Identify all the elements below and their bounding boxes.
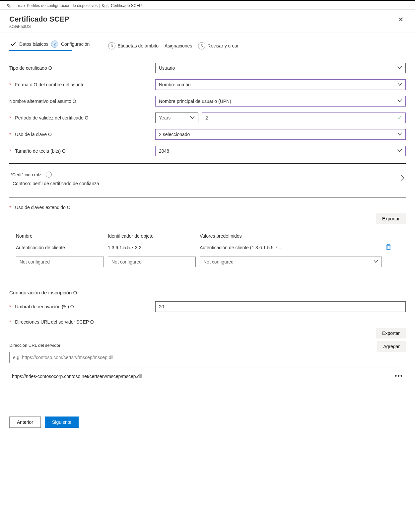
eku-preset-select[interactable]: Not configured xyxy=(200,257,382,267)
step-scope-tags[interactable]: Etiquetas de ámbito xyxy=(117,43,159,48)
scep-url-export-button[interactable]: Exportar xyxy=(376,328,406,339)
chevron-down-icon xyxy=(397,132,402,137)
eku-name-input[interactable]: Not configured xyxy=(16,257,104,267)
key-usage-value: 2 seleccionado xyxy=(159,132,190,137)
check-icon xyxy=(9,40,17,48)
eku-preset-placeholder: Not configured xyxy=(203,259,234,265)
info-icon[interactable]: i xyxy=(46,172,52,178)
validity-value-input[interactable]: 2 xyxy=(202,113,406,123)
key-size-select[interactable]: 2048 xyxy=(155,146,406,156)
server-url-input[interactable] xyxy=(9,352,248,363)
eku-col-name: Nombre xyxy=(16,233,104,239)
validity-unit-value: Years xyxy=(159,115,171,120)
validity-label: Período de validez del certificado O xyxy=(15,115,88,120)
close-icon[interactable]: ✕ xyxy=(396,15,406,24)
breadcrumb: &gt; inicio Perfiles de configuración de… xyxy=(0,1,415,10)
server-url-row: https://ndes-contosocorp.contoso.net/cer… xyxy=(9,367,406,382)
wizard-steps: Datos básicos 2 Configuración 3 Etiqueta… xyxy=(9,40,406,51)
renewal-threshold-value: 20 xyxy=(159,304,164,309)
page-subtitle: iOS/iPadOS xyxy=(9,24,69,29)
step-review-create[interactable]: Revisar y crear xyxy=(207,43,239,48)
cert-type-value: Usuario xyxy=(159,65,175,71)
eku-export-button[interactable]: Exportar xyxy=(376,213,406,224)
chevron-down-icon xyxy=(397,149,402,153)
san-select[interactable]: Nombre principal de usuario (UPN) xyxy=(155,96,406,107)
validity-unit-select[interactable]: Years xyxy=(155,113,198,123)
cert-type-label: Tipo de certificado O xyxy=(9,65,155,71)
check-icon xyxy=(397,115,402,121)
next-button[interactable]: Siguiente xyxy=(45,417,79,428)
page-title: Certificado SCEP xyxy=(9,15,69,24)
subject-format-label: Formato O del nombre del asunto xyxy=(15,82,84,87)
wizard-footer: Anterior Siguiente xyxy=(0,409,415,435)
renewal-threshold-label: Umbral de renovación (%) O xyxy=(15,304,74,309)
san-label: Nombre alternativo del asunto O xyxy=(9,99,155,104)
breadcrumb-profiles[interactable]: Perfiles de configuración de dispositivo… xyxy=(27,3,100,8)
step-5-circle: 5 xyxy=(198,42,205,49)
eku-name-placeholder: Not configured xyxy=(20,259,50,265)
chevron-right-icon[interactable] xyxy=(400,175,404,183)
server-url-field[interactable] xyxy=(13,355,244,360)
breadcrumb-home[interactable]: inicio xyxy=(16,3,25,8)
eku-title: Uso de claves extendido O xyxy=(15,205,70,210)
eku-col-preset: Valores predefinidos xyxy=(200,233,382,239)
step-2-circle: 2 xyxy=(51,40,58,48)
san-value: Nombre principal de usuario (UPN) xyxy=(159,99,231,104)
root-cert-row[interactable]: *Certificado raíz i Contoso: perfil de c… xyxy=(9,170,406,190)
scep-url-label: Direcciones URL del servidor SCEP O xyxy=(15,319,94,325)
breadcrumb-sep: &gt; xyxy=(7,3,14,8)
key-size-value: 2048 xyxy=(159,148,169,154)
breadcrumb-current: Certificado SCEP xyxy=(111,3,142,8)
subject-format-value: Nombre común xyxy=(159,82,191,87)
key-usage-label: Uso de la clave O xyxy=(15,132,52,137)
chevron-down-icon xyxy=(397,99,402,104)
eku-oid-placeholder: Not configured xyxy=(111,259,142,265)
root-cert-label: *Certificado raíz xyxy=(11,172,41,177)
eku-row-name: Autenticación de cliente xyxy=(16,245,104,250)
more-icon[interactable]: ••• xyxy=(395,373,403,380)
eku-col-oid: Identificador de objeto xyxy=(108,233,196,239)
chevron-down-icon xyxy=(397,82,402,87)
prev-button[interactable]: Anterior xyxy=(9,417,41,428)
validity-value: 2 xyxy=(205,115,208,120)
server-url-column-label: Dirección URL del servidor xyxy=(9,343,60,348)
eku-table: Nombre Identificador de objeto Valores p… xyxy=(9,231,406,270)
panel-header: Certificado SCEP iOS/iPadOS ✕ xyxy=(0,10,415,33)
chevron-down-icon xyxy=(397,66,402,70)
eku-row-oid: 1.3.6.1.5.5.7.3.2 xyxy=(108,245,196,250)
subject-format-select[interactable]: Nombre común xyxy=(155,79,406,90)
step-assignments[interactable]: Asignaciones xyxy=(165,43,192,48)
renewal-threshold-input[interactable]: 20 xyxy=(155,301,406,312)
step-basics[interactable]: Datos básicos xyxy=(19,41,48,47)
step-configuration[interactable]: Configuración xyxy=(61,41,90,47)
eku-row-preset: Autenticación de cliente (1.3.6.1.5.5.7.… xyxy=(200,245,382,250)
key-size-label: Tamaño de tecla (bits) O xyxy=(15,148,66,154)
step-3-circle: 3 xyxy=(108,42,115,49)
eku-oid-input[interactable]: Not configured xyxy=(108,257,196,267)
scep-url-add-button[interactable]: Agregar xyxy=(377,341,406,352)
breadcrumb-sep2: &gt; xyxy=(102,3,109,8)
chevron-down-icon xyxy=(374,260,378,264)
key-usage-select[interactable]: 2 seleccionado xyxy=(155,129,406,140)
chevron-down-icon xyxy=(190,115,195,120)
delete-icon[interactable] xyxy=(386,244,399,251)
enrollment-title: Configuración de inscripción O xyxy=(9,290,406,295)
root-cert-value: Contoso: perfil de certificado de confia… xyxy=(11,181,99,186)
eku-row: Autenticación de cliente 1.3.6.1.5.5.7.3… xyxy=(9,241,406,254)
server-url-value: https://ndes-contosocorp.contoso.net/cer… xyxy=(12,374,142,379)
cert-type-select[interactable]: Usuario xyxy=(155,63,406,73)
